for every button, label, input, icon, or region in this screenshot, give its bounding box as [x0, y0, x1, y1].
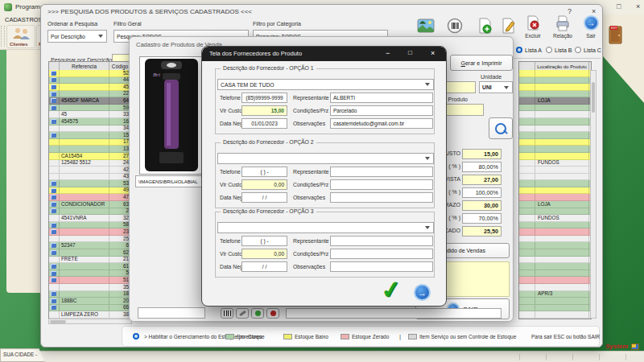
price-field[interactable]: 100,00%: [462, 187, 502, 198]
fornecedor-combo-2[interactable]: [217, 153, 434, 164]
location-row[interactable]: [519, 284, 591, 291]
table-row[interactable]: 4545DF MARCA64: [49, 97, 133, 105]
location-row[interactable]: [519, 132, 591, 139]
location-row[interactable]: [519, 208, 591, 216]
modal-minimize-button[interactable]: −: [386, 49, 390, 57]
table-row[interactable]: 44: [49, 77, 133, 84]
location-row[interactable]: [519, 187, 591, 195]
location-row[interactable]: [519, 242, 591, 249]
location-row[interactable]: [519, 257, 591, 264]
telefone-input-3[interactable]: ( ) -: [242, 236, 287, 246]
table-row[interactable]: 25: [49, 236, 133, 243]
data-neg-input-1[interactable]: 01/01/2023: [242, 118, 287, 129]
location-row[interactable]: [519, 105, 591, 112]
green-status-button[interactable]: [251, 308, 264, 319]
location-row[interactable]: [519, 305, 591, 312]
telefone-input-1[interactable]: (85)99999-9999: [242, 93, 287, 103]
table-row[interactable]: 15: [49, 132, 133, 139]
add-button[interactable]: [477, 18, 493, 37]
price-field[interactable]: 27,00: [462, 175, 502, 185]
confirm-button[interactable]: ✓: [379, 274, 409, 303]
vlr-custo-input-3[interactable]: 0,00: [242, 249, 287, 259]
location-row[interactable]: APR/3: [519, 291, 591, 298]
pesquisa-help-button[interactable]: ?: [568, 7, 572, 15]
table-row[interactable]: 61: [49, 263, 133, 270]
sair-toolbar-button[interactable]: → Sair: [579, 15, 603, 43]
modal-maximize-button[interactable]: □: [408, 49, 412, 56]
fornecedor-combo-3[interactable]: [217, 222, 434, 233]
table-row[interactable]: 22: [49, 91, 133, 98]
location-row[interactable]: [519, 228, 591, 236]
app-maximize-button[interactable]: □: [617, 2, 621, 10]
location-row[interactable]: [519, 77, 591, 84]
lista-a-radio[interactable]: Lista A: [516, 47, 542, 53]
menu-cadastros[interactable]: CADASTROS: [5, 16, 43, 23]
gerar-imprimir-button[interactable]: Gerar e Imprimir: [450, 55, 513, 71]
table-row[interactable]: 62: [49, 249, 133, 257]
location-row[interactable]: [519, 236, 591, 243]
location-row[interactable]: [519, 84, 591, 91]
table-row[interactable]: 4541VNRA32: [49, 215, 133, 222]
location-row[interactable]: [519, 298, 591, 305]
barcode-button[interactable]: [447, 18, 463, 37]
clientes-button[interactable]: Clientes: [6, 25, 35, 48]
exit-door-button[interactable]: EXIT: [606, 25, 627, 45]
location-row[interactable]: [519, 277, 591, 284]
location-row[interactable]: [519, 174, 591, 181]
data-neg-input-2[interactable]: / /: [242, 192, 287, 203]
table-row[interactable]: 125482 551224: [49, 160, 133, 167]
representante-input-1[interactable]: ALBERTI: [330, 93, 433, 103]
price-field[interactable]: 30,00: [462, 200, 502, 211]
representante-input-2[interactable]: [330, 167, 433, 177]
table-row[interactable]: 45457516: [49, 118, 133, 125]
location-row[interactable]: LOJA: [519, 97, 591, 105]
condicoes-input-1[interactable]: Parcelado: [330, 105, 433, 116]
table-row[interactable]: 43: [49, 174, 133, 181]
pesquisa-close-button[interactable]: ×: [592, 7, 596, 15]
table-row[interactable]: 47: [49, 194, 133, 201]
table-row[interactable]: 59: [49, 105, 133, 112]
red-status-button[interactable]: [266, 308, 279, 319]
next-arrow-button[interactable]: →: [414, 284, 431, 301]
legend-toggle-radio[interactable]: [133, 333, 139, 339]
table-row[interactable]: 49: [49, 187, 133, 195]
barcode-small-button[interactable]: [221, 308, 233, 319]
location-row[interactable]: LOJA: [519, 201, 591, 208]
bottom-wide-field[interactable]: [286, 308, 502, 319]
table-row[interactable]: 34: [49, 125, 133, 133]
location-row[interactable]: [519, 146, 591, 153]
location-row[interactable]: [519, 91, 591, 98]
relacao-button[interactable]: Relação: [549, 15, 576, 43]
condicoes-input-2[interactable]: [330, 179, 433, 190]
table-row[interactable]: FRETE21: [49, 257, 133, 264]
lista-c-radio[interactable]: Lista C: [575, 47, 601, 53]
location-row[interactable]: [519, 153, 591, 160]
table-row[interactable]: 52: [49, 70, 133, 77]
table-row[interactable]: CA1545427: [49, 153, 133, 160]
location-row[interactable]: [519, 249, 591, 257]
location-row[interactable]: [519, 311, 591, 319]
modal-close-button[interactable]: ×: [431, 49, 435, 57]
table-row[interactable]: CONDICIONADOR63: [49, 201, 133, 208]
unidade-combo[interactable]: UNI: [479, 81, 513, 93]
table-row[interactable]: LIMPEZA ZERO38: [49, 311, 133, 319]
image-button[interactable]: [417, 18, 435, 37]
table-row[interactable]: 66: [49, 305, 133, 312]
location-row[interactable]: [519, 125, 591, 133]
table-row[interactable]: 4533: [49, 111, 133, 118]
edit-button[interactable]: [500, 18, 516, 37]
observacoes-input-1[interactable]: casatemdetudo@gmail.com.br: [330, 118, 433, 129]
table-row[interactable]: 58: [49, 222, 133, 229]
observacoes-input-3[interactable]: [330, 261, 433, 272]
price-field[interactable]: 25,50: [462, 226, 502, 237]
telefone-input-2[interactable]: ( ) -: [242, 167, 287, 177]
location-row[interactable]: [519, 222, 591, 229]
excluir-button[interactable]: Excluir: [519, 15, 547, 43]
table-row[interactable]: 51: [49, 277, 133, 284]
location-row[interactable]: [519, 270, 591, 278]
location-row[interactable]: [519, 139, 591, 146]
condicoes-input-3[interactable]: [330, 249, 433, 259]
tools-button[interactable]: [236, 308, 249, 319]
table-row[interactable]: 523476: [49, 242, 133, 249]
table-row[interactable]: 35: [49, 284, 133, 291]
